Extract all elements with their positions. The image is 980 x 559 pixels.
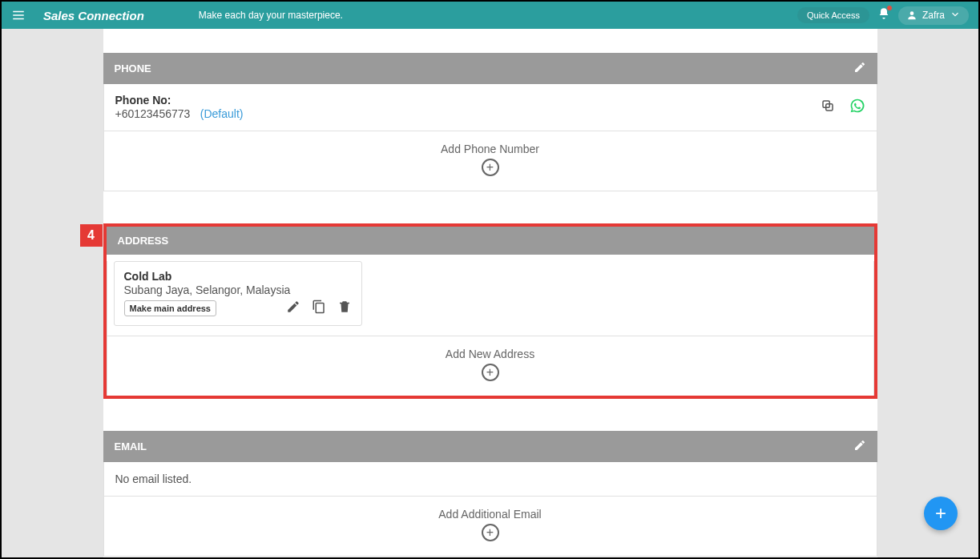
notification-dot xyxy=(886,5,893,11)
edit-address-icon[interactable] xyxy=(286,300,300,317)
edit-phone-icon[interactable] xyxy=(853,61,866,76)
add-email-label: Add Additional Email xyxy=(104,508,877,521)
callout-badge: 4 xyxy=(80,224,103,247)
delete-address-icon[interactable] xyxy=(337,300,352,317)
address-section-title: ADDRESS xyxy=(118,235,169,247)
phone-section-title: PHONE xyxy=(115,62,151,74)
tagline-text: Make each day your masterpiece. xyxy=(199,10,343,21)
floating-add-button[interactable]: + xyxy=(924,497,958,530)
phone-value: +60123456773 xyxy=(115,107,191,120)
add-email-plus-icon: + xyxy=(482,524,499,541)
brand-title: Sales Connection xyxy=(43,9,144,22)
email-section-title: EMAIL xyxy=(115,440,147,452)
user-name: Zafra xyxy=(922,10,945,21)
address-section: 4 ADDRESS Cold Lab Subang Jaya, Selangor… xyxy=(103,223,877,399)
hamburger-menu-icon[interactable] xyxy=(11,8,26,22)
phone-label: Phone No: xyxy=(115,94,821,107)
user-menu[interactable]: Zafra xyxy=(898,6,969,25)
quick-access-button[interactable]: Quick Access xyxy=(797,7,869,23)
address-card[interactable]: Cold Lab Subang Jaya, Selangor, Malaysia… xyxy=(114,261,362,326)
add-address-label: Add New Address xyxy=(107,348,873,360)
whatsapp-icon[interactable] xyxy=(849,98,865,117)
edit-email-icon[interactable] xyxy=(853,439,866,454)
phone-default-tag[interactable]: (Default) xyxy=(200,107,244,120)
chevron-down-icon xyxy=(950,9,961,22)
add-phone-button[interactable]: Add Phone Number + xyxy=(104,131,877,191)
phone-section-header: PHONE xyxy=(103,53,877,84)
make-main-address-button[interactable]: Make main address xyxy=(124,300,217,316)
add-phone-plus-icon: + xyxy=(482,159,499,176)
phone-entry-row: Phone No: +60123456773 (Default) xyxy=(104,84,877,131)
phone-section: PHONE Phone No: +60123456773 (Default) xyxy=(103,53,877,191)
address-name: Cold Lab xyxy=(124,270,352,283)
add-email-button[interactable]: Add Additional Email + xyxy=(104,497,877,557)
copy-address-icon[interactable] xyxy=(312,300,326,317)
email-empty-text: No email listed. xyxy=(104,462,877,497)
add-address-button[interactable]: Add New Address + xyxy=(107,336,873,396)
email-section-header: EMAIL xyxy=(103,431,877,462)
svg-point-0 xyxy=(910,11,914,15)
add-address-plus-icon: + xyxy=(482,364,499,381)
main-content: PHONE Phone No: +60123456773 (Default) xyxy=(103,29,877,559)
email-section: EMAIL No email listed. Add Additional Em… xyxy=(103,431,877,557)
address-section-header: ADDRESS xyxy=(107,227,874,255)
address-location: Subang Jaya, Selangor, Malaysia xyxy=(124,284,352,296)
top-bar: Sales Connection Make each day your mast… xyxy=(2,2,978,29)
copy-phone-icon[interactable] xyxy=(821,99,835,116)
add-phone-label: Add Phone Number xyxy=(104,143,877,155)
notifications-bell-icon[interactable] xyxy=(877,7,890,23)
